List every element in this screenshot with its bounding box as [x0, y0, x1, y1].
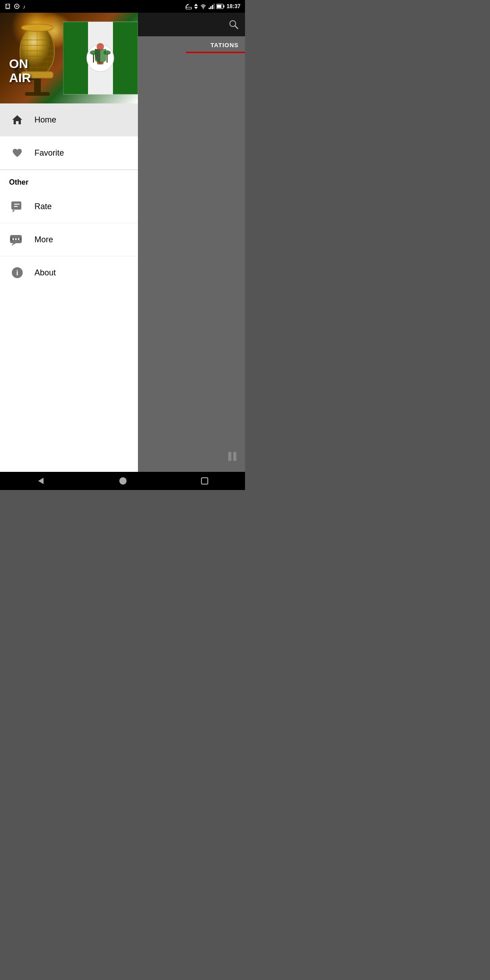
bottom-navigation [0, 472, 245, 490]
menu-item-favorite[interactable]: Favorite [0, 137, 138, 170]
search-icon[interactable] [229, 20, 239, 29]
svg-rect-11 [209, 8, 210, 9]
on-air-text: ON AIR [9, 57, 31, 85]
svg-rect-46 [11, 201, 21, 210]
svg-rect-35 [63, 22, 88, 94]
more-label: More [34, 235, 53, 245]
status-bar-left-icons: ♪ [5, 3, 28, 10]
about-label: About [34, 268, 56, 278]
svg-rect-16 [224, 5, 225, 8]
svg-text:♪: ♪ [23, 4, 25, 10]
svg-rect-1 [6, 5, 9, 8]
svg-rect-39 [97, 62, 103, 64]
svg-point-43 [103, 50, 111, 55]
menu-item-home[interactable]: Home [0, 103, 138, 137]
section-other-header: Other [0, 170, 138, 190]
svg-rect-59 [233, 452, 236, 461]
svg-rect-13 [212, 5, 213, 9]
navigation-drawer: ON AIR Home Favorite Other [0, 13, 138, 472]
menu-list: Home Favorite Other [0, 103, 138, 472]
svg-point-41 [90, 50, 97, 55]
svg-point-4 [16, 5, 18, 7]
tab-stations[interactable]: TATIONS [204, 36, 245, 54]
svg-rect-62 [201, 478, 208, 484]
svg-rect-2 [7, 4, 9, 5]
status-bar-right-icons: 18:37 [186, 3, 240, 10]
menu-item-more[interactable]: More [0, 223, 138, 256]
camera-icon [14, 3, 20, 10]
favorite-label: Favorite [34, 148, 64, 158]
about-icon: i [9, 265, 25, 281]
favorite-icon [9, 145, 25, 161]
flag-illustration [63, 13, 138, 103]
svg-point-32 [21, 24, 53, 31]
pause-button[interactable] [226, 450, 239, 463]
svg-rect-14 [214, 4, 215, 9]
menu-item-rate[interactable]: Rate [0, 190, 138, 223]
home-button[interactable] [118, 476, 127, 485]
status-bar: ♪ 18:37 [0, 0, 245, 13]
svg-marker-47 [12, 210, 15, 212]
rate-icon [9, 198, 25, 215]
svg-marker-45 [12, 115, 22, 124]
svg-point-53 [12, 238, 14, 240]
svg-point-55 [18, 238, 20, 240]
drawer-banner: ON AIR [0, 13, 138, 103]
sim-icon [5, 3, 11, 10]
more-icon [9, 231, 25, 248]
svg-text:i: i [16, 269, 18, 277]
svg-point-10 [203, 8, 204, 9]
svg-rect-58 [228, 452, 231, 461]
music-icon: ♪ [23, 3, 28, 10]
battery-icon [216, 4, 225, 9]
svg-rect-36 [113, 22, 138, 94]
svg-rect-12 [211, 6, 212, 9]
cast-icon [186, 3, 192, 10]
signal-icon [208, 3, 215, 10]
home-label: Home [34, 115, 56, 125]
wifi-icon [200, 3, 206, 10]
svg-marker-9 [194, 7, 198, 9]
recents-button[interactable] [201, 477, 209, 485]
svg-rect-6 [186, 7, 191, 9]
svg-marker-60 [38, 478, 44, 484]
status-time: 18:37 [226, 3, 240, 10]
data-icon [194, 3, 198, 10]
svg-point-54 [15, 238, 17, 240]
svg-line-19 [235, 26, 238, 29]
rate-label: Rate [34, 202, 52, 211]
svg-point-61 [119, 477, 127, 485]
menu-item-about[interactable]: i About [0, 256, 138, 289]
svg-point-38 [97, 43, 104, 50]
svg-rect-21 [25, 92, 50, 96]
tab-underline [186, 52, 245, 53]
svg-marker-51 [11, 243, 16, 246]
svg-rect-17 [217, 5, 221, 8]
svg-point-7 [186, 7, 186, 8]
home-icon [9, 112, 25, 128]
back-button[interactable] [36, 476, 45, 485]
svg-marker-8 [194, 4, 198, 6]
